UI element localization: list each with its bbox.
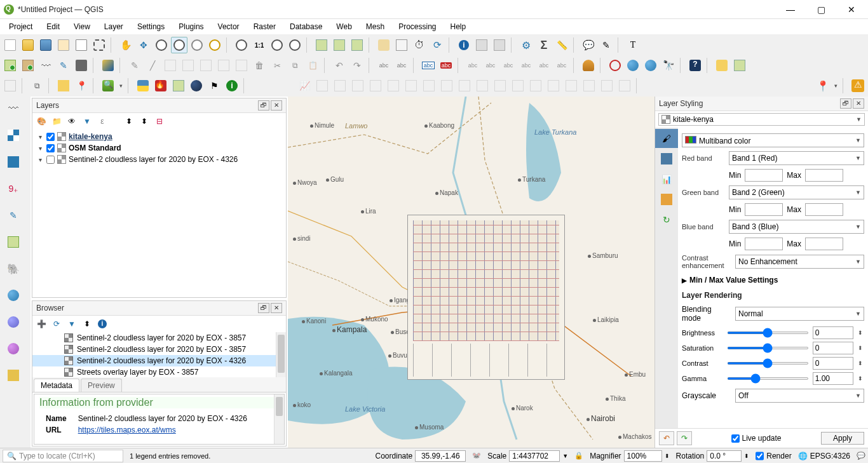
add-xyz-button[interactable] [4, 366, 23, 385]
zoom-selection-button[interactable] [207, 37, 223, 53]
history-tab[interactable]: ↻ [655, 210, 678, 229]
digitize-cut-button[interactable]: ✂ [269, 57, 285, 74]
histogram-tab[interactable]: 📊 [655, 170, 678, 189]
globe-2-button[interactable] [642, 57, 659, 74]
draw-7-button[interactable] [421, 77, 437, 94]
plugin-btn-1[interactable] [714, 57, 730, 74]
delimited-button[interactable]: ✎ [55, 57, 72, 74]
expand-icon[interactable]: ▾ [36, 156, 44, 163]
brightness-slider[interactable] [727, 332, 809, 334]
zoom-in-button[interactable] [153, 37, 170, 53]
zoom-native-button[interactable]: 1:1 [251, 37, 268, 53]
draw-4-button[interactable] [367, 77, 384, 94]
browser-undock-button[interactable]: 🗗 [258, 303, 269, 313]
draw-6-button[interactable] [403, 77, 419, 94]
tab-metadata[interactable]: Metadata [34, 379, 79, 392]
zoom-out-button[interactable] [171, 37, 187, 53]
locate-button[interactable]: 📍 [815, 77, 831, 94]
digitize-3-button[interactable] [198, 57, 214, 74]
label-4-button[interactable]: abc [482, 57, 499, 74]
draw-13-button[interactable] [527, 77, 544, 94]
menu-edit[interactable]: Edit [40, 20, 66, 33]
magnifier-input[interactable] [624, 450, 662, 462]
draw-3-button[interactable] [349, 77, 366, 94]
new-3d-button[interactable] [331, 37, 348, 53]
browser-refresh-button[interactable]: ⟳ [50, 318, 63, 330]
lock-icon[interactable]: 🔒 [574, 452, 583, 460]
layers-undock-button[interactable]: 🗗 [258, 100, 269, 111]
red-band-select[interactable]: Band 1 (Red)▼ [729, 151, 864, 165]
mesh-layer-button[interactable]: 〰 [37, 57, 54, 74]
label-5-button[interactable]: abc [500, 57, 517, 74]
layers-remove-button[interactable]: ⊟ [153, 115, 166, 128]
edit-layer-button[interactable] [100, 57, 116, 74]
add-wcs-button[interactable] [4, 339, 23, 358]
layers-style-button[interactable]: 🎨 [35, 115, 48, 128]
browser-filter-button[interactable]: ▼ [65, 318, 78, 330]
add-wms-button[interactable] [4, 286, 23, 305]
green-band-select[interactable]: Band 2 (Green)▼ [729, 185, 864, 199]
close-button[interactable]: ✕ [839, 1, 864, 18]
new-project-button[interactable] [2, 37, 18, 53]
statistics-button[interactable]: Σ [536, 37, 552, 53]
draw-8-button[interactable] [438, 77, 455, 94]
alert-button[interactable]: ⚠ [850, 77, 866, 94]
draw-14-button[interactable] [545, 77, 562, 94]
locator-input[interactable]: 🔍Type to locate (Ctrl+K) [3, 450, 123, 462]
map-canvas[interactable]: NimuleGuluLiraIgangMukonoKampalaBuvumaKa… [288, 97, 654, 448]
add-wfs-button[interactable] [4, 312, 23, 332]
annotation-button[interactable]: ✎ [598, 37, 614, 53]
gamma-slider[interactable] [727, 377, 809, 380]
plugin-flag-button[interactable]: ⚑ [206, 77, 222, 94]
menu-view[interactable]: View [67, 20, 97, 33]
copy-feature-button[interactable]: ⧉ [29, 77, 45, 94]
saturation-value[interactable] [813, 342, 853, 354]
chart-button[interactable]: 📈 [296, 77, 313, 94]
spatial-bookmarks-button[interactable] [393, 37, 410, 53]
menu-database[interactable]: Database [283, 20, 329, 33]
menu-raster[interactable]: Raster [247, 20, 282, 33]
action-button[interactable] [473, 37, 490, 53]
layout-manager-button[interactable] [73, 37, 90, 53]
raster-layer-button[interactable] [20, 57, 36, 74]
temporal-controller-button[interactable]: ⏱ [411, 37, 428, 53]
draw-17-button[interactable] [599, 77, 615, 94]
rendering-tab[interactable] [655, 190, 678, 209]
crs-button[interactable]: 🌐 EPSG:4326 [798, 452, 850, 460]
contrast-slider[interactable] [727, 362, 809, 365]
layer-checkbox[interactable] [46, 144, 55, 152]
grayscale-select[interactable]: Off▼ [735, 389, 864, 403]
identify-plugin-button[interactable]: i [224, 77, 240, 94]
label-8-button[interactable]: abc [553, 57, 570, 74]
layers-close-button[interactable]: ✕ [271, 100, 282, 111]
abc-1-button[interactable]: abc [376, 57, 392, 74]
menu-mesh[interactable]: Mesh [360, 20, 391, 33]
red-min-input[interactable] [745, 169, 783, 182]
minimize-button[interactable]: — [778, 1, 803, 18]
symbology-tab[interactable]: 🖌 [655, 129, 678, 148]
topology-button[interactable] [607, 57, 623, 74]
metadata-scrollbar[interactable] [274, 394, 284, 445]
layers-tree[interactable]: ▾ kitale-kenya ▾ OSM Standard ▾ Sentinel… [32, 130, 286, 297]
select-button[interactable] [491, 37, 508, 53]
add-raster-button[interactable] [4, 126, 23, 145]
add-csv-button[interactable]: 9₊ [4, 179, 23, 198]
open-project-button[interactable] [20, 37, 36, 53]
live-update-checkbox-label[interactable]: Live update [731, 434, 781, 443]
digitize-line-button[interactable]: ╱ [144, 57, 161, 74]
temporal-button[interactable] [376, 37, 392, 53]
abc-2-button[interactable]: abc [393, 57, 410, 74]
label-3-button[interactable]: abc [465, 57, 481, 74]
label-2-button[interactable]: abc [438, 57, 454, 74]
toolbox-button[interactable]: ⚙ [518, 37, 534, 53]
blue-max-input[interactable] [805, 238, 843, 250]
draw-1-button[interactable] [314, 77, 330, 94]
browser-item[interactable]: Sentinel-2 cloudless layer for 2020 by E… [32, 332, 286, 344]
gps-button[interactable] [73, 57, 90, 74]
browser-scrollbar[interactable] [276, 332, 286, 377]
green-max-input[interactable] [805, 203, 843, 216]
measure-button[interactable]: 📏 [553, 37, 570, 53]
plugin-world-button[interactable] [188, 77, 205, 94]
globe-1-button[interactable] [625, 57, 641, 74]
python-console-button[interactable] [135, 77, 151, 94]
